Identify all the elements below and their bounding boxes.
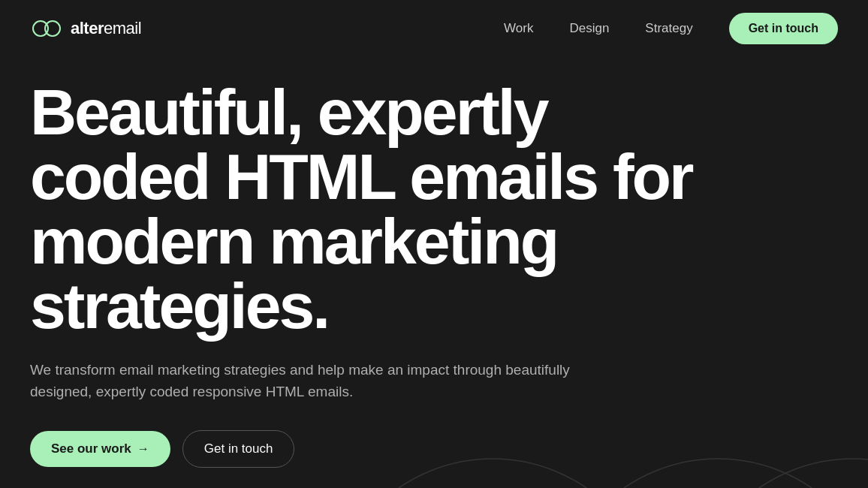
hero-subtext: We transform email marketing strategies … bbox=[30, 359, 571, 403]
nav-link-work[interactable]: Work bbox=[504, 21, 533, 36]
logo[interactable]: alteremail bbox=[30, 12, 141, 45]
nav-links: Work Design Strategy Get in touch bbox=[504, 13, 838, 44]
nav-link-design[interactable]: Design bbox=[569, 21, 609, 36]
logo-text: alteremail bbox=[71, 19, 141, 38]
arrow-icon: → bbox=[137, 442, 149, 456]
hero-buttons: See our work → Get in touch bbox=[30, 430, 838, 468]
get-in-touch-button[interactable]: Get in touch bbox=[182, 430, 295, 468]
navbar: alteremail Work Design Strategy Get in t… bbox=[0, 0, 868, 57]
see-our-work-label: See our work bbox=[51, 441, 131, 456]
nav-link-strategy[interactable]: Strategy bbox=[645, 21, 692, 36]
hero-section: Beautiful, expertly coded HTML emails fo… bbox=[0, 57, 868, 488]
see-our-work-button[interactable]: See our work → bbox=[30, 431, 170, 467]
logo-icon bbox=[30, 12, 63, 45]
nav-get-in-touch-button[interactable]: Get in touch bbox=[729, 13, 838, 44]
hero-headline: Beautiful, expertly coded HTML emails fo… bbox=[30, 80, 721, 338]
